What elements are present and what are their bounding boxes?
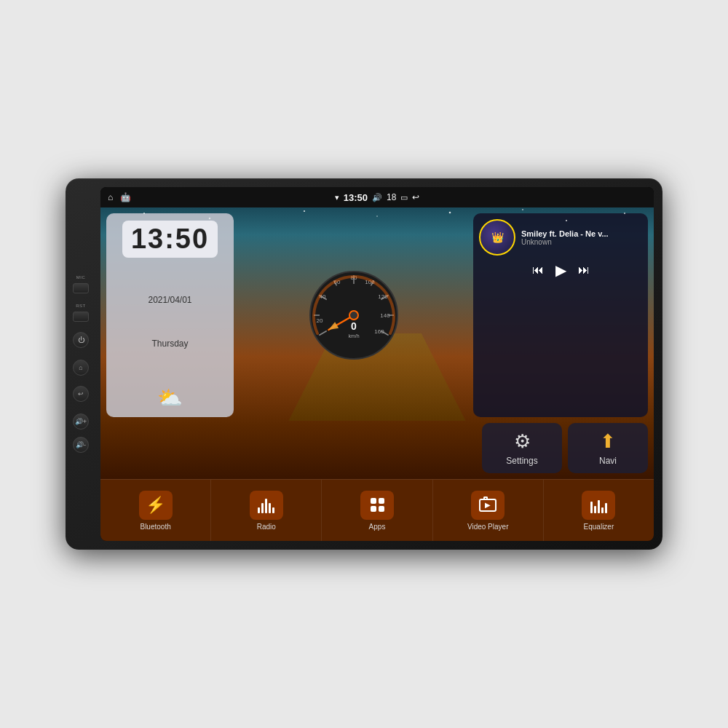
- vol-down-icon: 🔊-: [76, 441, 86, 448]
- power-icon: ⏻: [78, 336, 84, 344]
- play-button[interactable]: ▶: [555, 261, 566, 279]
- next-button[interactable]: ⏭: [578, 264, 590, 277]
- speedometer-widget: 20 40 60 80 100 120 140 160: [240, 213, 467, 417]
- app-bar: ⚡ Bluetooth Radio: [100, 479, 654, 541]
- bottom-main-row: ⚙ Settings ⬆ Navi: [106, 423, 648, 473]
- screen: ⌂ 🤖 ▾ 13:50 🔊 18 ▭ ↩: [100, 187, 654, 541]
- vol-up-button[interactable]: 🔊+: [73, 414, 89, 430]
- car-head-unit: MIC RST ⏻ ⌂ ↩ 🔊+: [66, 178, 662, 550]
- status-time: 13:50: [344, 192, 368, 203]
- bluetooth-label: Bluetooth: [140, 523, 170, 531]
- video-player-icon: ▶: [479, 499, 496, 512]
- clock-day: Thursday: [151, 339, 188, 349]
- video-icon-box: ▶: [471, 491, 505, 520]
- video-app[interactable]: ▶ Video Player: [433, 480, 544, 541]
- vol-down-button[interactable]: 🔊-: [73, 437, 89, 453]
- video-play-icon: ▶: [485, 501, 491, 509]
- apps-app[interactable]: Apps: [322, 480, 432, 541]
- battery-icon: ▭: [400, 193, 408, 202]
- bluetooth-icon: ⚡: [146, 496, 165, 515]
- status-center: ▾ 13:50 🔊 18 ▭ ↩: [335, 192, 420, 203]
- clock-time-display: 13:50: [122, 221, 218, 258]
- speedometer: 20 40 60 80 100 120 140 160: [306, 268, 401, 363]
- music-title: Smiley ft. Delia - Ne v...: [521, 229, 642, 238]
- svg-point-5: [522, 209, 523, 210]
- equalizer-app[interactable]: Equalizer: [544, 480, 654, 541]
- svg-text:0: 0: [351, 320, 357, 332]
- status-left: ⌂ 🤖: [108, 192, 329, 202]
- radio-icon: [258, 497, 274, 513]
- navi-icon: ⬆: [600, 430, 616, 453]
- settings-label: Settings: [506, 456, 537, 466]
- equalizer-icon-box: [582, 491, 615, 520]
- svg-text:20: 20: [316, 317, 323, 324]
- home-status-icon[interactable]: ⌂: [108, 192, 113, 202]
- prev-button[interactable]: ⏮: [532, 264, 544, 277]
- radio-label: Radio: [257, 523, 276, 531]
- svg-text:160: 160: [374, 328, 384, 335]
- radio-app[interactable]: Radio: [211, 480, 322, 541]
- navi-button[interactable]: ⬆ Navi: [568, 423, 648, 473]
- home-side-button[interactable]: ⌂: [73, 360, 89, 376]
- back-side-icon: ↩: [78, 390, 84, 397]
- equalizer-label: Equalizer: [584, 523, 614, 531]
- music-info-row: 👑 Smiley ft. Delia - Ne v... Unknown: [479, 219, 642, 256]
- settings-icon: ⚙: [514, 430, 531, 453]
- svg-text:km/h: km/h: [348, 333, 359, 339]
- mic-button[interactable]: [73, 283, 89, 293]
- svg-point-2: [304, 210, 305, 212]
- apps-label: Apps: [369, 523, 386, 531]
- volume-level: 18: [387, 192, 396, 202]
- main-content: 13:50 2021/04/01 Thursday ⛅: [100, 207, 654, 479]
- svg-text:140: 140: [380, 312, 390, 319]
- rst-button[interactable]: [73, 312, 89, 322]
- back-status-icon[interactable]: ↩: [412, 192, 419, 202]
- navi-label: Navi: [599, 456, 617, 466]
- radio-icon-box: [250, 491, 283, 520]
- bluetooth-app[interactable]: ⚡ Bluetooth: [100, 480, 211, 541]
- home-side-icon: ⌂: [79, 364, 82, 371]
- music-info: Smiley ft. Delia - Ne v... Unknown: [521, 229, 642, 246]
- apps-icon: [371, 498, 384, 512]
- crown-icon: 👑: [491, 232, 504, 243]
- equalizer-icon: [590, 497, 607, 513]
- vol-up-icon: 🔊+: [75, 418, 87, 425]
- video-label: Video Player: [467, 523, 509, 531]
- rst-label: RST: [76, 304, 86, 308]
- status-bar: ⌂ 🤖 ▾ 13:50 🔊 18 ▭ ↩: [100, 187, 654, 207]
- clock-widget: 13:50 2021/04/01 Thursday ⛅: [106, 213, 234, 417]
- clock-date: 2021/04/01: [148, 295, 191, 305]
- music-controls: ⏮ ▶ ⏭: [479, 261, 642, 279]
- back-side-button[interactable]: ↩: [73, 386, 89, 402]
- mic-label: MIC: [76, 275, 86, 280]
- android-status-icon: 🤖: [120, 192, 131, 202]
- music-widget: 👑 Smiley ft. Delia - Ne v... Unknown ⏮ ▶…: [473, 213, 648, 417]
- volume-status-icon: 🔊: [372, 193, 382, 202]
- svg-point-27: [349, 311, 358, 320]
- music-artist: Unknown: [521, 238, 642, 246]
- apps-icon-box: [360, 491, 394, 520]
- power-button[interactable]: ⏻: [73, 332, 89, 348]
- weather-icon: ⛅: [157, 386, 183, 410]
- bluetooth-icon-box: ⚡: [139, 491, 173, 520]
- album-art: 👑: [479, 219, 515, 256]
- settings-button[interactable]: ⚙ Settings: [482, 423, 562, 473]
- wifi-icon: ▾: [335, 193, 339, 202]
- top-row: 13:50 2021/04/01 Thursday ⛅: [106, 213, 648, 417]
- side-buttons: MIC RST ⏻ ⌂ ↩ 🔊+: [73, 275, 89, 453]
